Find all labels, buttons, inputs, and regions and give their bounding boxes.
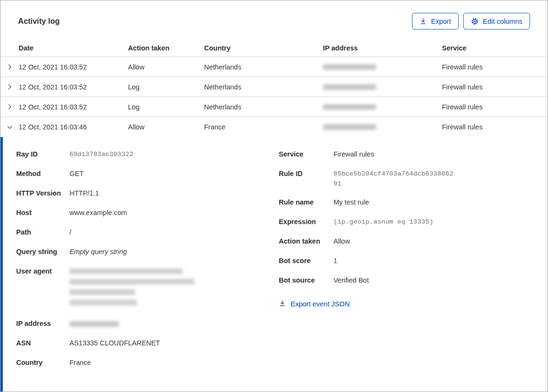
row-date: 12 Oct, 2021 16:03:46 [19,123,128,131]
detail-label: IP address [16,319,69,329]
detail-label: Ray ID [16,149,69,159]
detail-label: User agent [16,266,69,276]
toolbar-actions: Export Edit columns [412,13,530,29]
detail-item-host: Host www.example.com [16,208,279,219]
page-title: Activity log [18,17,59,26]
export-event-json-link[interactable]: Export event JSON [279,300,350,308]
detail-item-asn: ASN AS13335 CLOUDFLARENET [16,338,279,349]
detail-label: ASN [16,338,69,348]
detail-item-rule-id: Rule ID 85bce5b204cf4703a764dcb633886291 [279,169,548,189]
detail-label: Method [16,169,69,179]
detail-value: My test rule [333,197,369,207]
export-event-json-label: Export event JSON [291,300,350,308]
detail-label: Expression [279,217,333,227]
export-button[interactable]: Export [412,13,459,29]
row-country: Netherlands [204,103,323,111]
col-header-service: Service [442,44,548,52]
chevron-down-icon[interactable] [0,124,19,130]
row-date: 12 Oct, 2021 16:03:52 [19,63,128,71]
table-header: Date Action taken Country IP address Ser… [0,39,548,57]
detail-item-expression: Expression (ip.geoip.asnum eq 13335) [279,217,548,228]
detail-label: Path [16,227,69,237]
row-service: Firewall rules [442,83,548,91]
row-service: Firewall rules [442,63,548,71]
detail-value: 1 [333,256,337,266]
redacted-line [69,279,195,284]
detail-item-path: Path / [16,227,279,238]
detail-item-ray-id: Ray ID 69d13783ac393322 [16,149,279,160]
col-header-action-taken: Action taken [128,44,204,52]
row-service: Firewall rules [442,103,548,111]
detail-value: www.example.com [69,208,127,218]
detail-item-rule-name: Rule name My test rule [279,197,548,208]
table-row[interactable]: 12 Oct, 2021 16:03:52 Allow Netherlands … [0,57,548,77]
detail-item-query-string: Query string Empty query string [16,247,279,258]
detail-value: / [69,227,71,237]
redacted-line [69,300,137,305]
detail-label: Country [16,358,69,368]
row-ip-redacted [323,84,442,90]
detail-label: HTTP Version [16,188,69,198]
detail-label: Rule ID [279,169,333,179]
detail-value: 69d13783ac393322 [69,149,133,159]
detail-item-bot-source: Bot source Verified Bot [279,275,548,286]
row-ip-redacted [323,104,442,110]
row-ip-redacted [323,64,442,70]
row-country: Netherlands [204,63,323,71]
detail-item-user-agent: User agent [16,266,279,310]
download-icon [420,18,427,25]
event-detail-panel: Ray ID 69d13783ac393322 Method GET HTTP … [0,137,548,392]
row-action-taken: Allow [128,63,204,71]
detail-column-left: Ray ID 69d13783ac393322 Method GET HTTP … [16,149,279,377]
row-country: France [204,123,323,131]
detail-label: Rule name [279,197,333,207]
detail-label: Query string [16,247,69,257]
detail-item-country: Country France [16,358,279,369]
col-header-date: Date [19,44,128,52]
detail-item-service: Service Firewall rules [279,149,548,160]
chevron-right-icon[interactable] [0,84,19,90]
detail-label: Bot score [279,256,333,266]
detail-item-bot-score: Bot score 1 [279,256,548,267]
gear-icon [471,18,479,25]
col-header-ip-address: IP address [323,44,442,52]
detail-value: Empty query string [69,247,127,257]
redacted-user-agent-value [69,266,195,310]
row-date: 12 Oct, 2021 16:03:52 [19,103,128,111]
detail-value: AS13335 CLOUDFLARENET [69,338,160,348]
row-action-taken: Log [128,83,204,91]
row-date: 12 Oct, 2021 16:03:52 [19,83,128,91]
detail-value: 85bce5b204cf4703a764dcb633886291 [333,169,456,189]
detail-value: HTTP/1.1 [69,188,99,198]
export-button-label: Export [431,18,451,25]
redacted-line [69,268,183,274]
detail-item-action-taken: Action taken Allow [279,236,548,247]
row-country: Netherlands [204,83,323,91]
table-row-expanded[interactable]: 12 Oct, 2021 16:03:46 Allow France Firew… [0,117,548,137]
detail-item-method: Method GET [16,169,279,180]
download-icon [279,300,286,308]
detail-item-ip-address: IP address [16,319,279,330]
row-service: Firewall rules [442,123,548,131]
detail-label: Service [279,149,333,159]
redacted-line [69,289,135,295]
activity-log-page: Activity log Export Edit c [0,0,548,392]
detail-value: France [69,358,91,368]
row-action-taken: Allow [128,123,204,131]
detail-label: Action taken [279,236,333,246]
detail-value: Verified Bot [333,275,369,285]
chevron-right-icon[interactable] [0,64,19,70]
table-row[interactable]: 12 Oct, 2021 16:03:52 Log Netherlands Fi… [0,97,548,117]
edit-columns-button[interactable]: Edit columns [463,13,530,29]
table-row[interactable]: 12 Oct, 2021 16:03:52 Log Netherlands Fi… [0,77,548,97]
col-header-country: Country [204,44,323,52]
detail-item-http-version: HTTP Version HTTP/1.1 [16,188,279,199]
detail-label: Host [16,208,69,218]
detail-column-right: Service Firewall rules Rule ID 85bce5b20… [279,149,548,309]
chevron-right-icon[interactable] [0,104,19,110]
detail-value: Firewall rules [333,149,374,159]
redacted-ip-value [69,321,119,327]
detail-value: (ip.geoip.asnum eq 13335) [333,217,433,227]
topbar: Activity log Export Edit c [0,0,548,29]
row-action-taken: Log [128,103,204,111]
